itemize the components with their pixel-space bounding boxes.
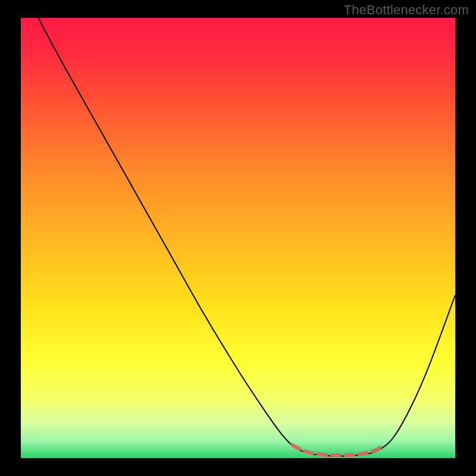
watermark-label: TheBottlenecker.com — [344, 2, 469, 18]
chart-frame: TheBottlenecker.com — [0, 0, 476, 476]
plot-area — [21, 18, 455, 458]
bottleneck-chart — [21, 18, 455, 458]
gradient-background — [21, 18, 455, 458]
